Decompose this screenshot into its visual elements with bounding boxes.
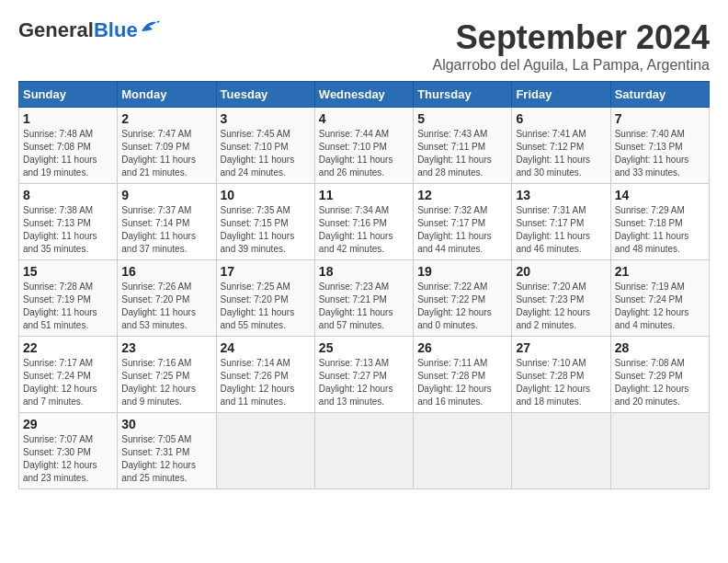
day-number: 30 <box>121 417 211 431</box>
day-info: Sunrise: 7:17 AM Sunset: 7:24 PM Dayligh… <box>23 357 113 408</box>
header-sunday: Sunday <box>19 82 118 108</box>
logo-general: General <box>18 18 94 41</box>
calendar-cell: 22Sunrise: 7:17 AM Sunset: 7:24 PM Dayli… <box>19 337 118 413</box>
day-number: 29 <box>23 417 113 431</box>
calendar-cell: 23Sunrise: 7:16 AM Sunset: 7:25 PM Dayli… <box>118 337 216 413</box>
day-info: Sunrise: 7:10 AM Sunset: 7:28 PM Dayligh… <box>516 357 606 408</box>
calendar-week-3: 15Sunrise: 7:28 AM Sunset: 7:19 PM Dayli… <box>19 260 710 337</box>
day-info: Sunrise: 7:31 AM Sunset: 7:17 PM Dayligh… <box>516 204 606 256</box>
day-number: 27 <box>516 340 606 355</box>
day-number: 10 <box>221 188 311 202</box>
day-number: 5 <box>417 111 507 126</box>
day-number: 8 <box>23 188 113 202</box>
day-number: 11 <box>319 188 409 202</box>
calendar-cell: 30Sunrise: 7:05 AM Sunset: 7:31 PM Dayli… <box>118 413 216 489</box>
day-info: Sunrise: 7:38 AM Sunset: 7:13 PM Dayligh… <box>23 204 113 256</box>
calendar-cell <box>414 413 512 489</box>
day-info: Sunrise: 7:44 AM Sunset: 7:10 PM Dayligh… <box>319 128 409 179</box>
day-info: Sunrise: 7:26 AM Sunset: 7:20 PM Dayligh… <box>121 281 211 332</box>
day-number: 18 <box>319 264 409 279</box>
day-number: 3 <box>221 111 311 126</box>
day-number: 17 <box>221 264 311 279</box>
calendar-cell: 21Sunrise: 7:19 AM Sunset: 7:24 PM Dayli… <box>610 260 709 337</box>
calendar-cell: 18Sunrise: 7:23 AM Sunset: 7:21 PM Dayli… <box>314 260 413 337</box>
day-info: Sunrise: 7:16 AM Sunset: 7:25 PM Dayligh… <box>121 357 211 408</box>
calendar-cell <box>216 413 314 489</box>
calendar-cell: 3Sunrise: 7:45 AM Sunset: 7:10 PM Daylig… <box>216 108 314 184</box>
day-number: 26 <box>417 340 507 355</box>
day-info: Sunrise: 7:14 AM Sunset: 7:26 PM Dayligh… <box>221 357 311 408</box>
calendar-cell: 7Sunrise: 7:40 AM Sunset: 7:13 PM Daylig… <box>610 108 709 184</box>
calendar-cell: 8Sunrise: 7:38 AM Sunset: 7:13 PM Daylig… <box>19 184 118 260</box>
logo: GeneralBlue <box>18 18 160 42</box>
day-number: 19 <box>417 264 507 279</box>
day-info: Sunrise: 7:11 AM Sunset: 7:28 PM Dayligh… <box>417 357 507 408</box>
day-info: Sunrise: 7:41 AM Sunset: 7:12 PM Dayligh… <box>516 128 606 179</box>
header-friday: Friday <box>512 82 610 108</box>
day-number: 13 <box>516 188 606 202</box>
day-number: 2 <box>121 111 211 126</box>
day-info: Sunrise: 7:37 AM Sunset: 7:14 PM Dayligh… <box>121 204 211 256</box>
day-info: Sunrise: 7:34 AM Sunset: 7:16 PM Dayligh… <box>319 204 409 256</box>
day-info: Sunrise: 7:35 AM Sunset: 7:15 PM Dayligh… <box>221 204 311 256</box>
calendar-cell: 10Sunrise: 7:35 AM Sunset: 7:15 PM Dayli… <box>216 184 314 260</box>
header-tuesday: Tuesday <box>216 82 314 108</box>
day-info: Sunrise: 7:28 AM Sunset: 7:19 PM Dayligh… <box>23 281 113 332</box>
day-info: Sunrise: 7:20 AM Sunset: 7:23 PM Dayligh… <box>516 281 606 332</box>
calendar-cell: 14Sunrise: 7:29 AM Sunset: 7:18 PM Dayli… <box>610 184 709 260</box>
calendar-week-2: 8Sunrise: 7:38 AM Sunset: 7:13 PM Daylig… <box>19 184 710 260</box>
day-info: Sunrise: 7:19 AM Sunset: 7:24 PM Dayligh… <box>615 281 705 332</box>
calendar-cell: 27Sunrise: 7:10 AM Sunset: 7:28 PM Dayli… <box>512 337 610 413</box>
day-number: 7 <box>615 111 705 126</box>
day-number: 22 <box>23 340 113 355</box>
header-thursday: Thursday <box>414 82 512 108</box>
day-number: 24 <box>221 340 311 355</box>
calendar-cell: 28Sunrise: 7:08 AM Sunset: 7:29 PM Dayli… <box>610 337 709 413</box>
day-number: 28 <box>615 340 705 355</box>
day-number: 4 <box>319 111 409 126</box>
calendar-week-1: 1Sunrise: 7:48 AM Sunset: 7:08 PM Daylig… <box>19 108 710 184</box>
calendar-cell: 12Sunrise: 7:32 AM Sunset: 7:17 PM Dayli… <box>414 184 512 260</box>
calendar-cell: 13Sunrise: 7:31 AM Sunset: 7:17 PM Dayli… <box>512 184 610 260</box>
day-info: Sunrise: 7:43 AM Sunset: 7:11 PM Dayligh… <box>417 128 507 179</box>
header-saturday: Saturday <box>610 82 709 108</box>
calendar-week-5: 29Sunrise: 7:07 AM Sunset: 7:30 PM Dayli… <box>19 413 710 489</box>
day-info: Sunrise: 7:23 AM Sunset: 7:21 PM Dayligh… <box>319 281 409 332</box>
calendar-cell: 24Sunrise: 7:14 AM Sunset: 7:26 PM Dayli… <box>216 337 314 413</box>
location-subtitle: Algarrobo del Aguila, La Pampa, Argentin… <box>432 57 710 74</box>
day-info: Sunrise: 7:45 AM Sunset: 7:10 PM Dayligh… <box>221 128 311 179</box>
day-info: Sunrise: 7:13 AM Sunset: 7:27 PM Dayligh… <box>319 357 409 408</box>
day-info: Sunrise: 7:07 AM Sunset: 7:30 PM Dayligh… <box>23 433 113 485</box>
calendar-cell: 29Sunrise: 7:07 AM Sunset: 7:30 PM Dayli… <box>19 413 118 489</box>
month-title: September 2024 <box>432 18 710 57</box>
day-number: 12 <box>417 188 507 202</box>
day-number: 25 <box>319 340 409 355</box>
calendar-cell: 16Sunrise: 7:26 AM Sunset: 7:20 PM Dayli… <box>118 260 216 337</box>
calendar-cell: 20Sunrise: 7:20 AM Sunset: 7:23 PM Dayli… <box>512 260 610 337</box>
calendar-cell: 25Sunrise: 7:13 AM Sunset: 7:27 PM Dayli… <box>314 337 413 413</box>
day-info: Sunrise: 7:05 AM Sunset: 7:31 PM Dayligh… <box>121 433 211 485</box>
calendar-table: Sunday Monday Tuesday Wednesday Thursday… <box>18 81 710 489</box>
day-info: Sunrise: 7:22 AM Sunset: 7:22 PM Dayligh… <box>417 281 507 332</box>
day-number: 21 <box>615 264 705 279</box>
header-wednesday: Wednesday <box>314 82 413 108</box>
day-number: 9 <box>121 188 211 202</box>
logo-bird-icon <box>140 18 160 35</box>
day-number: 16 <box>121 264 211 279</box>
day-info: Sunrise: 7:29 AM Sunset: 7:18 PM Dayligh… <box>615 204 705 256</box>
day-number: 23 <box>121 340 211 355</box>
page-header: GeneralBlue September 2024 Algarrobo del… <box>18 18 710 74</box>
day-info: Sunrise: 7:32 AM Sunset: 7:17 PM Dayligh… <box>417 204 507 256</box>
day-info: Sunrise: 7:48 AM Sunset: 7:08 PM Dayligh… <box>23 128 113 179</box>
calendar-cell: 5Sunrise: 7:43 AM Sunset: 7:11 PM Daylig… <box>414 108 512 184</box>
days-header-row: Sunday Monday Tuesday Wednesday Thursday… <box>19 82 710 108</box>
day-number: 14 <box>615 188 705 202</box>
calendar-cell <box>610 413 709 489</box>
day-info: Sunrise: 7:47 AM Sunset: 7:09 PM Dayligh… <box>121 128 211 179</box>
calendar-cell: 17Sunrise: 7:25 AM Sunset: 7:20 PM Dayli… <box>216 260 314 337</box>
calendar-cell <box>314 413 413 489</box>
calendar-cell: 19Sunrise: 7:22 AM Sunset: 7:22 PM Dayli… <box>414 260 512 337</box>
day-number: 6 <box>516 111 606 126</box>
day-number: 15 <box>23 264 113 279</box>
calendar-week-4: 22Sunrise: 7:17 AM Sunset: 7:24 PM Dayli… <box>19 337 710 413</box>
